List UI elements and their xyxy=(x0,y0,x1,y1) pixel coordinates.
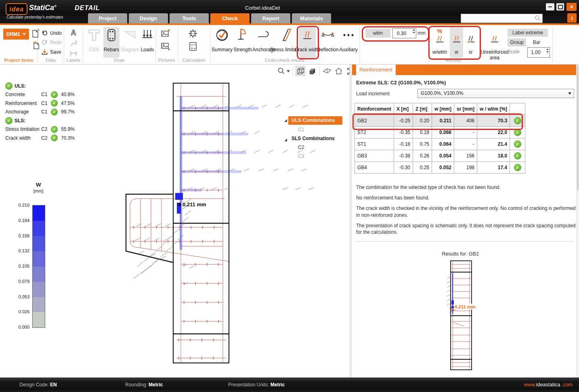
picture-icon xyxy=(161,42,170,51)
table-row-gb2[interactable]: GB2 -0.25 0.20 0.211 406 70.3 ✓ xyxy=(355,115,525,127)
expander-icon[interactable] xyxy=(284,119,287,122)
cross-section-icon xyxy=(87,28,101,42)
reinforcement-results-table: Reinforcement X [m] Z [m] w [mm] sr [mm]… xyxy=(355,103,525,174)
project-item-selector[interactable]: DRM1 xyxy=(3,29,29,40)
tree-item-c2[interactable]: C2 xyxy=(298,145,304,150)
model-canvas[interactable]: ✓ULS: ConcreteC1✓40.8% ReinforcementC1✓4… xyxy=(0,65,350,377)
minimize-icon xyxy=(548,6,552,7)
svg-text:A: A xyxy=(71,29,76,37)
unreinforced-area-button[interactable]: Unreinforced area xyxy=(481,27,508,58)
search-input[interactable] xyxy=(462,15,533,22)
result-crack-width-label: 0.211 mm xyxy=(455,304,476,309)
auxiliary-check-button[interactable]: Auxiliary xyxy=(338,27,359,58)
maximize-button[interactable] xyxy=(556,3,564,10)
load-increment-dropdown[interactable]: G100.0%, V100.0% xyxy=(417,89,574,98)
spin-up-icon[interactable] xyxy=(413,29,415,31)
letter-a-icon: A xyxy=(69,28,78,37)
table-row-gb4[interactable]: GB4 -0.30 0.25 0.052 198 17.4 ✓ xyxy=(355,162,525,174)
stress-limitation-check-button[interactable]: Stress limitation xyxy=(276,27,298,58)
add-picture-button[interactable] xyxy=(161,29,170,40)
note-text: The combination for the selected type of… xyxy=(356,184,577,191)
label-extreme-toggle[interactable]: Label extreme xyxy=(508,29,548,37)
group-label-code-check: Code-check results xyxy=(210,58,359,63)
loads-button[interactable]: Loads xyxy=(140,27,155,58)
scale-spinner[interactable]: 1.00 xyxy=(527,47,550,58)
group-separator xyxy=(429,26,429,63)
spin-down-icon[interactable] xyxy=(413,32,415,34)
rebars-button[interactable]: Rebars xyxy=(103,27,120,58)
sr-result-button[interactable]: sr xyxy=(464,27,477,58)
scrollbar-thumb[interactable] xyxy=(577,65,579,191)
logo-text: idea xyxy=(9,6,24,13)
tab-report[interactable]: Report xyxy=(251,13,290,23)
load-increment-label: Load increment xyxy=(356,91,390,96)
copy-item-button[interactable] xyxy=(31,41,40,52)
ellipsis-icon xyxy=(342,33,355,37)
spin-up-icon[interactable] xyxy=(546,48,549,50)
group-separator xyxy=(64,26,64,63)
crack-result-icon xyxy=(451,35,462,44)
tree-item-uls-combinations[interactable]: ULS Combinations xyxy=(288,116,342,125)
info-button[interactable]: i xyxy=(567,13,577,23)
group-toggle[interactable]: Group xyxy=(508,38,526,46)
search-box xyxy=(461,14,543,23)
maximize-icon xyxy=(558,5,563,9)
crack-width-check-button[interactable]: Crack width xyxy=(299,27,316,58)
table-row-st2[interactable]: ST2 -0.35 0.19 0.066 - 22.0 ✓ xyxy=(355,127,525,138)
save-button[interactable]: Save xyxy=(41,48,61,55)
summary-check-button[interactable]: Summary xyxy=(211,27,233,58)
tree-item-c1[interactable]: C1 xyxy=(298,127,304,132)
tab-project[interactable]: Project xyxy=(88,13,127,23)
group-label-project-items: Project items xyxy=(0,58,38,63)
panel-scrollbar[interactable] xyxy=(576,65,579,377)
deflection-check-button[interactable]: Deflection xyxy=(317,27,339,58)
anchorage-check-button[interactable]: Anchorage xyxy=(252,27,276,58)
diagram-button[interactable]: Diagram xyxy=(120,27,140,58)
loads-icon xyxy=(142,29,153,41)
tab-materials[interactable]: Materials xyxy=(292,13,331,23)
website-link[interactable]: www.ideastatica .com xyxy=(524,382,573,388)
spin-down-icon[interactable] xyxy=(546,51,549,53)
table-header-row: Reinforcement X [m] Z [m] w [mm] sr [mm]… xyxy=(355,103,525,115)
expander-icon[interactable] xyxy=(284,138,287,141)
units-status: Presentation Units: Metric xyxy=(228,382,285,388)
undo-icon xyxy=(41,30,48,36)
picture-gallery-button[interactable] xyxy=(161,42,170,52)
undo-button[interactable]: Undo xyxy=(41,30,62,36)
extreme-title: Extreme SLS: C2 (G100.0%, V100.0%) xyxy=(356,80,446,86)
tree-item-c3[interactable]: C3 xyxy=(298,153,304,159)
solver-settings-button[interactable] xyxy=(188,29,198,40)
copy-icon xyxy=(31,41,40,50)
bar-toggle[interactable]: Bar xyxy=(527,40,546,45)
tab-reinforcement[interactable]: Reinforcement xyxy=(356,65,396,75)
text-label-button[interactable]: A xyxy=(69,28,78,39)
strength-check-button[interactable]: Strength xyxy=(233,27,252,58)
table-row-gb3[interactable]: GB3 -0.38 0.26 0.054 156 18.0 ✓ xyxy=(355,150,525,162)
tab-design[interactable]: Design xyxy=(129,13,168,23)
summary-icon xyxy=(215,28,229,42)
calculate-button[interactable] xyxy=(189,42,197,53)
design-code-status: Design Code: EN xyxy=(19,382,57,388)
anchorage-icon xyxy=(257,30,271,40)
minimize-button[interactable] xyxy=(546,3,554,10)
brand-name: StatiCa® xyxy=(29,4,57,12)
app-name: DETAIL xyxy=(75,4,100,12)
wlim-spinner[interactable]: 0.30 xyxy=(392,28,416,38)
new-item-button[interactable] xyxy=(31,29,40,40)
table-row-st1[interactable]: ST1 -0.18 0.75 0.064 - 21.4 ✓ xyxy=(355,138,525,150)
wlim-label: wlim xyxy=(365,29,390,38)
redo-button[interactable]: Redo xyxy=(41,39,62,46)
results-panel: Reinforcement Extreme SLS: C2 (G100.0%, … xyxy=(352,65,579,377)
tab-tools[interactable]: Tools xyxy=(170,13,209,23)
gear-icon xyxy=(188,29,198,38)
tree-item-sls-combinations[interactable]: SLS Combinations xyxy=(292,136,335,141)
save-icon xyxy=(41,48,48,55)
group-separator xyxy=(552,26,553,63)
close-button[interactable]: ✕ xyxy=(566,3,577,11)
scale-label: Scale xyxy=(508,49,520,55)
tab-check[interactable]: Check xyxy=(210,13,250,23)
rounding-status: Rounding: Metric xyxy=(125,382,163,388)
check-icon: ✓ xyxy=(514,117,521,124)
check-icon: ✓ xyxy=(514,164,521,171)
css-button[interactable]: CSS xyxy=(85,27,103,58)
